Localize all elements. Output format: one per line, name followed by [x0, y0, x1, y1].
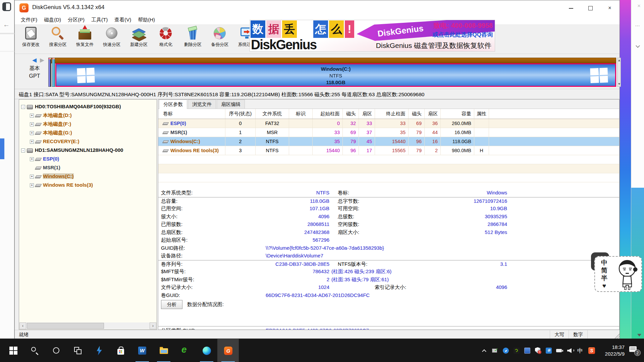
expand-toggle-icon[interactable]: + [30, 131, 34, 135]
tray-item[interactable] [533, 339, 543, 362]
taskbar-clock[interactable]: 18:37 2022/5/9 [597, 344, 626, 357]
tree-item[interactable]: +ESP(0) [19, 155, 157, 163]
toolbar-button[interactable]: 新建分区 [126, 25, 152, 53]
tray-item[interactable] [554, 339, 565, 362]
toolbar-button[interactable]: 搜索分区 [45, 25, 70, 53]
menu-item[interactable]: 磁盘(D) [41, 15, 64, 24]
tray-item[interactable] [479, 339, 490, 362]
resize-grip[interactable] [614, 334, 620, 339]
table-header-cell[interactable]: 属性 [474, 109, 489, 119]
banner-qq-link[interactable]: 或点击此处选择QQ咨询 [433, 31, 493, 39]
taskbar-app[interactable] [110, 339, 131, 362]
tree-item[interactable]: +本地磁盘(F:) [19, 120, 157, 128]
scrollbar-thumb[interactable] [27, 323, 104, 329]
toolbar-button[interactable]: 删除分区 [180, 25, 206, 53]
taskbar-app[interactable] [3, 339, 24, 362]
prev-disk-icon[interactable]: ◀ [32, 57, 37, 64]
toolbar-button[interactable]: 保存更改 [18, 25, 44, 53]
promo-banner[interactable]: DiskGenius 数据丢怎么! DiskGenius 致电: 400-008… [250, 20, 495, 52]
table-header-cell[interactable]: 扇区 [425, 109, 441, 119]
menu-item[interactable]: 查看(V) [111, 15, 135, 24]
tray-item[interactable] [511, 339, 522, 362]
table-header-cell[interactable]: 磁头 [409, 109, 425, 119]
taskbar-app[interactable] [196, 339, 217, 362]
tray-item[interactable] [500, 339, 511, 362]
next-disk-icon[interactable]: ▶ [40, 57, 44, 64]
table-row[interactable]: ESP(0) 0 FAT32 0 32 33 33 69 36 260.0MB [158, 119, 619, 128]
expand-toggle-icon[interactable]: - [21, 105, 25, 109]
tree-item[interactable]: +Windows(C:) [19, 172, 157, 181]
table-header-cell[interactable]: 序号(状态) [225, 109, 256, 119]
tree-item[interactable]: -HD1:SAMSUNGMZNLN128HAHQ-000 [19, 146, 157, 155]
drive-icon [27, 105, 33, 109]
ime-status-widget[interactable]: 中简半♥ [594, 256, 642, 292]
ime-mode-char[interactable]: 中 [601, 259, 607, 266]
table-row[interactable]: Windows RE tools(3) 3 NTFS 15440 96 17 1… [158, 146, 619, 155]
expand-toggle-icon[interactable]: + [30, 175, 34, 179]
tree-item[interactable]: +本地磁盘(G:) [19, 128, 157, 137]
table-header-cell[interactable]: 终止柱面 [375, 109, 409, 119]
tree-item[interactable]: MSR(1) [19, 163, 157, 172]
table-header-cell[interactable]: 扇区 [359, 109, 375, 119]
toolbar-button[interactable]: 恢复文件 [72, 25, 98, 53]
expand-toggle-icon[interactable]: + [30, 114, 34, 118]
menu-item[interactable]: 帮助(H) [135, 15, 158, 24]
ime-mode-char[interactable]: ♥ [601, 282, 607, 290]
esp-partition-bar[interactable] [48, 58, 51, 87]
ime-mode-char[interactable]: 半 [601, 274, 607, 282]
taskbar-app[interactable] [46, 339, 67, 362]
expand-toggle-icon[interactable]: + [30, 157, 34, 161]
taskbar-app[interactable] [153, 339, 174, 362]
taskbar-app[interactable] [174, 339, 196, 362]
tray-item[interactable] [522, 339, 533, 362]
windows-c-partition-bar[interactable]: Windows(C:) NTFS 118.0GB [55, 63, 616, 87]
table-header-cell[interactable]: 文件系统 [256, 109, 289, 119]
taskbar-app[interactable] [217, 339, 239, 362]
table-row[interactable]: MSR(1) 1 MSR 33 69 37 35 79 44 16.0MB [158, 128, 619, 137]
table-header-cell[interactable]: 起始柱面 [313, 109, 343, 119]
menu-item[interactable]: 分区(P) [64, 15, 88, 24]
taskbar-app[interactable] [24, 339, 46, 362]
tree-item[interactable]: +RECOVERY(E:) [19, 137, 157, 146]
expand-toggle-icon[interactable]: + [30, 183, 34, 187]
expand-toggle-icon[interactable]: - [21, 148, 25, 153]
tray-item[interactable] [565, 339, 576, 362]
taskbar-app[interactable] [89, 339, 110, 362]
scroll-left-icon[interactable]: ‹ [19, 322, 26, 329]
disk-bar[interactable] [48, 58, 616, 63]
taskbar-app[interactable] [131, 339, 153, 362]
tree-item[interactable]: +Windows RE tools(3) [19, 181, 157, 189]
table-row[interactable]: Windows(C:) 2 NTFS 35 79 45 15440 96 16 … [158, 137, 619, 146]
expand-toggle-icon[interactable]: + [30, 122, 34, 126]
tab[interactable]: 分区参数 [159, 100, 187, 109]
tree-item[interactable]: -HD0:TOSHIBAMQ04ABF100(932GB) [19, 102, 157, 111]
maximize-button[interactable] [581, 0, 600, 15]
tab[interactable]: 浏览文件 [188, 100, 216, 109]
minimize-button[interactable] [561, 0, 581, 15]
table-header-cell[interactable]: 容量 [441, 109, 474, 119]
toolbar-button[interactable]: 快速分区 [99, 25, 124, 53]
graph-scrollbar[interactable] [617, 58, 621, 87]
analyze-button[interactable]: 分析 [161, 300, 182, 309]
scroll-right-icon[interactable]: › [150, 322, 156, 329]
close-button[interactable]: × [600, 0, 620, 15]
menu-item[interactable]: 文件(F) [17, 15, 41, 24]
taskbar-app[interactable] [67, 339, 89, 362]
tree-item[interactable]: +本地磁盘(D:) [19, 111, 157, 120]
table-header-cell[interactable]: 磁头 [343, 109, 359, 119]
notification-center-icon[interactable]: 2 [626, 339, 641, 362]
tray-item[interactable] [586, 339, 597, 362]
expand-toggle-icon[interactable]: + [30, 140, 34, 144]
msr-partition-bar[interactable] [52, 58, 55, 87]
tree-horizontal-scrollbar[interactable]: ‹ › [19, 322, 156, 329]
menu-item[interactable]: 工具(T) [88, 15, 111, 24]
table-header-cell[interactable]: 标识 [289, 109, 313, 119]
tray-item[interactable] [543, 339, 554, 362]
tab[interactable]: 扇区编辑 [217, 100, 245, 109]
ime-mode-char[interactable]: 简 [601, 266, 607, 274]
tray-item[interactable] [490, 339, 500, 362]
table-header-cell[interactable]: 卷标 [158, 109, 225, 119]
toolbar-button[interactable]: 备份分区 [207, 25, 232, 53]
tray-item[interactable]: 中 [576, 339, 586, 362]
toolbar-button[interactable]: 格式化 [153, 25, 178, 53]
